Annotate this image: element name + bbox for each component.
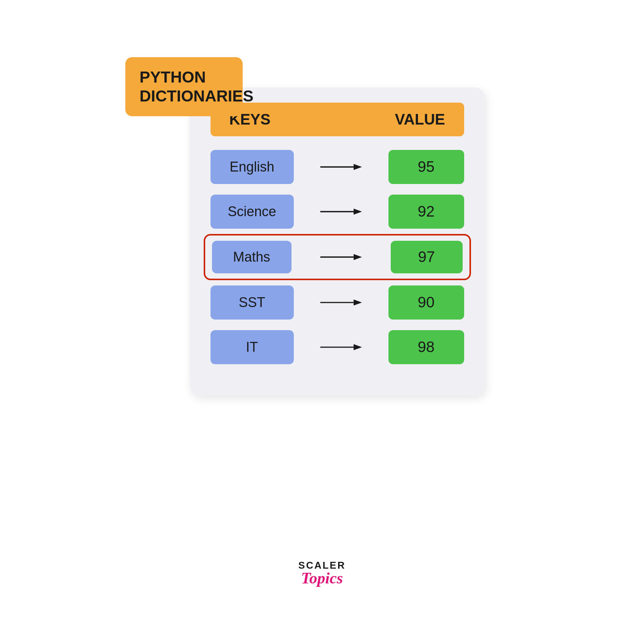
header-row: KEYS VALUE [211,103,464,136]
main-container: PYTHON DICTIONARIES KEYS VALUE English 9… [114,57,530,587]
row-maths: Maths 97 [204,234,471,280]
row-it: IT 98 [211,330,464,364]
svg-marker-1 [354,164,362,170]
value-maths: 97 [391,241,463,273]
title-line1: PYTHON [140,68,206,86]
key-sst: SST [211,285,294,320]
value-english: 95 [388,150,464,184]
title-badge: PYTHON DICTIONARIES [125,57,243,117]
svg-marker-3 [354,209,362,215]
arrow-it [318,341,364,353]
row-sst: SST 90 [211,285,464,320]
value-sst: 90 [388,285,464,320]
key-english: English [211,150,294,184]
arrow-icon [320,206,362,217]
arrow-icon [320,161,362,173]
svg-marker-5 [354,254,362,260]
title-line2: DICTIONARIES [140,87,254,105]
key-maths: Maths [212,241,292,273]
row-english: English 95 [211,150,464,184]
arrow-sst [318,297,364,308]
row-science: Science 92 [211,195,464,229]
arrow-icon [320,341,362,353]
title-text: PYTHON DICTIONARIES [140,68,228,106]
footer-logo: SCALER Topics [298,560,346,587]
svg-marker-7 [354,299,362,306]
arrow-science [318,206,364,217]
svg-marker-9 [354,344,362,350]
arrow-maths [318,251,364,263]
key-science: Science [211,195,294,229]
arrow-icon [320,297,362,308]
value-science: 92 [388,195,464,229]
value-header: VALUE [395,111,445,128]
arrow-icon [320,251,362,263]
dictionary-card: KEYS VALUE English 95 Science [190,87,485,396]
arrow-english [318,161,364,173]
value-it: 98 [388,330,464,364]
topics-label: Topics [301,569,343,587]
key-it: IT [211,330,294,364]
